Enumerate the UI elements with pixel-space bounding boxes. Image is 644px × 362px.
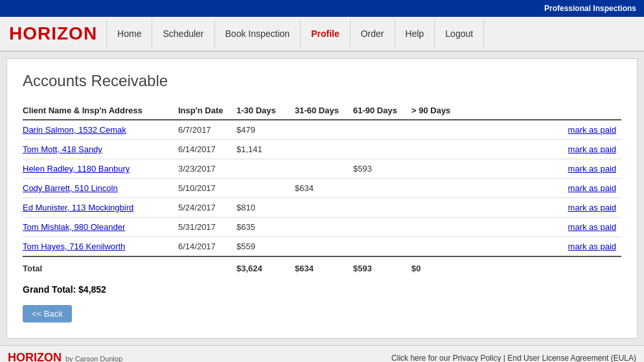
nav-logout[interactable]: Logout — [434, 19, 484, 48]
page-title: Accounts Receivable — [23, 72, 621, 90]
mark-paid-cell: mark as paid — [470, 237, 621, 257]
top-banner-label: Professional Inspections — [544, 4, 636, 13]
totals-action — [470, 256, 621, 278]
mark-paid-cell: mark as paid — [470, 179, 621, 198]
days-over-90-cell — [411, 218, 470, 237]
nav-scheduler[interactable]: Scheduler — [152, 19, 214, 48]
totals-over-90: $0 — [411, 256, 470, 278]
client-name-cell: Helen Radley, 1180 Banbury — [23, 159, 178, 179]
mark-paid-link[interactable]: mark as paid — [568, 125, 616, 135]
mark-paid-link[interactable]: mark as paid — [568, 203, 616, 212]
date-cell: 6/14/2017 — [178, 140, 236, 159]
client-link[interactable]: Tom Mott, 418 Sandy — [23, 144, 102, 154]
days-31-60-cell — [295, 120, 353, 140]
days-over-90-cell — [411, 237, 470, 257]
table-row: Helen Radley, 1180 Banbury 3/23/2017 $59… — [23, 159, 621, 179]
mark-paid-link[interactable]: mark as paid — [568, 242, 616, 251]
footer-links: Click here for our Privacy Policy | End … — [391, 354, 636, 363]
client-name-cell: Tom Mishlak, 980 Oleander — [23, 218, 178, 237]
client-link[interactable]: Tom Hayes, 716 Kenilworth — [23, 242, 125, 251]
nav: Home Scheduler Book Inspection Profile O… — [106, 19, 484, 48]
col-action — [470, 102, 621, 120]
days-31-60-cell — [295, 198, 353, 218]
grand-total-value: $4,852 — [78, 284, 106, 295]
mark-paid-link[interactable]: mark as paid — [568, 164, 616, 174]
date-cell: 5/10/2017 — [178, 179, 236, 198]
client-link[interactable]: Helen Radley, 1180 Banbury — [23, 164, 130, 174]
client-name-cell: Darin Salmon, 1532 Cemak — [23, 120, 178, 140]
date-cell: 6/14/2017 — [178, 237, 236, 257]
date-cell: 5/31/2017 — [178, 218, 236, 237]
main-wrapper: Accounts Receivable Client Name & Insp'n… — [0, 52, 644, 345]
mark-paid-cell: mark as paid — [470, 218, 621, 237]
days-31-60-cell — [295, 218, 353, 237]
days-1-30-cell: $1,141 — [236, 140, 295, 159]
accounts-table: Client Name & Insp'n Address Insp'n Date… — [23, 102, 621, 278]
col-1-30: 1-30 Days — [236, 102, 295, 120]
mark-paid-cell: mark as paid — [470, 159, 621, 179]
client-link[interactable]: Cody Barrett, 510 Lincoln — [23, 183, 118, 193]
nav-order[interactable]: Order — [350, 19, 395, 48]
grand-total-row: Grand Total: $4,852 — [23, 284, 621, 295]
footer-logo-group: HORIZON by Carson Dunlop — [8, 351, 122, 362]
days-over-90-cell — [411, 179, 470, 198]
nav-home[interactable]: Home — [106, 19, 152, 48]
nav-help[interactable]: Help — [395, 19, 435, 48]
back-button[interactable]: << Back — [23, 305, 72, 322]
days-over-90-cell — [411, 140, 470, 159]
days-61-90-cell — [353, 237, 411, 257]
mark-paid-cell: mark as paid — [470, 120, 621, 140]
mark-paid-cell: mark as paid — [470, 140, 621, 159]
days-1-30-cell: $479 — [236, 120, 295, 140]
top-banner: Professional Inspections — [0, 0, 644, 17]
client-name-cell: Cody Barrett, 510 Lincoln — [23, 179, 178, 198]
totals-1-30: $3,624 — [236, 256, 295, 278]
eula-link[interactable]: End User License Agreement (EULA) — [507, 354, 636, 363]
days-31-60-cell — [295, 237, 353, 257]
nav-book-inspection[interactable]: Book Inspection — [214, 19, 301, 48]
client-link[interactable]: Darin Salmon, 1532 Cemak — [23, 125, 126, 135]
table-row: Tom Mott, 418 Sandy 6/14/2017 $1,141 mar… — [23, 140, 621, 159]
days-61-90-cell — [353, 179, 411, 198]
table-row: Tom Mishlak, 980 Oleander 5/31/2017 $635… — [23, 218, 621, 237]
col-61-90: 61-90 Days — [353, 102, 411, 120]
date-cell: 3/23/2017 — [178, 159, 236, 179]
table-row: Darin Salmon, 1532 Cemak 6/7/2017 $479 m… — [23, 120, 621, 140]
days-1-30-cell: $635 — [236, 218, 295, 237]
days-1-30-cell — [236, 159, 295, 179]
days-31-60-cell — [295, 159, 353, 179]
totals-31-60: $634 — [295, 256, 353, 278]
footer-byline: by Carson Dunlop — [65, 355, 122, 362]
days-31-60-cell: $634 — [295, 179, 353, 198]
days-over-90-cell — [411, 120, 470, 140]
content-box: Accounts Receivable Client Name & Insp'n… — [6, 58, 638, 339]
privacy-link[interactable]: Click here for our Privacy Policy — [391, 354, 501, 363]
grand-total-label: Grand Total: — [23, 284, 76, 295]
table-row: Tom Hayes, 716 Kenilworth 6/14/2017 $559… — [23, 237, 621, 257]
mark-paid-link[interactable]: mark as paid — [568, 183, 616, 193]
mark-paid-link[interactable]: mark as paid — [568, 222, 616, 232]
totals-label: Total — [23, 256, 178, 278]
days-61-90-cell: $593 — [353, 159, 411, 179]
days-61-90-cell — [353, 120, 411, 140]
client-link[interactable]: Ed Munister, 113 Mockingbird — [23, 203, 133, 212]
date-cell: 5/24/2017 — [178, 198, 236, 218]
nav-profile[interactable]: Profile — [300, 19, 350, 48]
days-61-90-cell — [353, 198, 411, 218]
col-31-60: 31-60 Days — [295, 102, 353, 120]
col-insp-date: Insp'n Date — [178, 102, 236, 120]
client-name-cell: Ed Munister, 113 Mockingbird — [23, 198, 178, 218]
days-31-60-cell — [295, 140, 353, 159]
date-cell: 6/7/2017 — [178, 120, 236, 140]
header: HORIZON Home Scheduler Book Inspection P… — [0, 17, 644, 52]
totals-61-90: $593 — [353, 256, 411, 278]
days-61-90-cell — [353, 140, 411, 159]
mark-paid-cell: mark as paid — [470, 198, 621, 218]
table-row: Cody Barrett, 510 Lincoln 5/10/2017 $634… — [23, 179, 621, 198]
col-over-90: > 90 Days — [411, 102, 470, 120]
days-1-30-cell: $810 — [236, 198, 295, 218]
days-over-90-cell — [411, 198, 470, 218]
days-1-30-cell: $559 — [236, 237, 295, 257]
client-link[interactable]: Tom Mishlak, 980 Oleander — [23, 222, 125, 232]
mark-paid-link[interactable]: mark as paid — [568, 144, 616, 154]
